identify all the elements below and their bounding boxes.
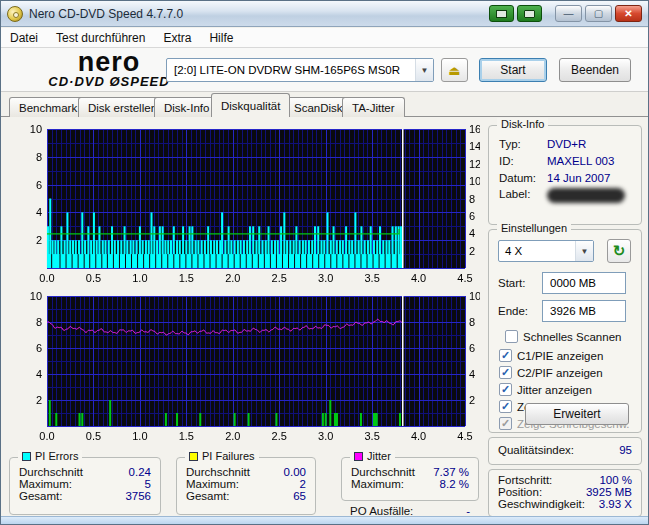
avg-label: Durchschnitt	[351, 466, 415, 478]
menu-extra[interactable]: Extra	[154, 29, 200, 47]
checkbox-checked-icon: ✓	[499, 383, 512, 396]
refresh-button[interactable]: ↻	[607, 239, 631, 263]
checkbox-label: C2/PIF anzeigen	[517, 367, 603, 379]
checkbox-jitter[interactable]: ✓ Jitter anzeigen	[499, 383, 592, 396]
disk-datum-value: 14 Jun 2007	[547, 172, 610, 184]
app-disc-icon	[7, 6, 23, 22]
disk-typ-label: Typ:	[499, 138, 547, 150]
max-label: Maximum:	[186, 478, 239, 490]
end-field[interactable]: 3926 MB	[542, 300, 626, 322]
avg-value: 7.37 %	[433, 466, 469, 478]
maximize-button[interactable]: ▢	[585, 5, 612, 22]
max-value: 2	[300, 478, 306, 490]
disk-typ-value: DVD+R	[547, 138, 586, 150]
progress-value: 100 %	[599, 474, 632, 486]
speed-value: 3.93 X	[599, 498, 632, 510]
advanced-button[interactable]: Erweitert	[525, 403, 629, 425]
menu-bar: Datei Test durchführen Extra Hilfe	[1, 28, 648, 48]
disk-id-value: MAXELL 003	[547, 155, 614, 167]
checkbox-checked-icon: ✓	[499, 366, 512, 379]
total-value: 3756	[125, 490, 151, 502]
avg-label: Durchschnitt	[186, 466, 250, 478]
chevron-down-icon[interactable]: ▼	[415, 59, 433, 81]
avg-value: 0.24	[129, 466, 151, 478]
pi-errors-title: PI Errors	[35, 450, 78, 462]
speed-select[interactable]: 4 X ▼	[498, 240, 594, 262]
title-bar: Nero CD-DVD Speed 4.7.7.0 — ▢ ✕	[1, 1, 648, 27]
quality-index-value: 95	[619, 444, 632, 456]
start-field-label: Start:	[498, 277, 542, 289]
disk-label-redacted-value	[547, 188, 625, 203]
quality-index-box: Qualitätsindex: 95	[488, 437, 642, 465]
pi-errors-swatch-icon	[22, 452, 31, 461]
avg-value: 0.00	[284, 466, 306, 478]
drive-select[interactable]: [2:0] LITE-ON DVDRW SHM-165P6S MS0R ▼	[166, 58, 434, 82]
tab-content: Disk-Info Typ:DVD+R ID:MAXELL 003 Datum:…	[1, 117, 648, 518]
menu-datei[interactable]: Datei	[1, 29, 47, 47]
progress-box: Fortschritt: 100 % Position: 3925 MB Ges…	[488, 469, 642, 517]
tab-ta-jitter[interactable]: TA-Jitter	[342, 97, 405, 117]
tab-disk-info[interactable]: Disk-Info	[154, 97, 219, 117]
position-value: 3925 MB	[586, 486, 632, 498]
pi-errors-chart	[8, 120, 480, 286]
eject-button[interactable]: ⏏	[441, 58, 468, 82]
max-label: Maximum:	[19, 478, 72, 490]
jitter-swatch-icon	[354, 452, 363, 461]
jitter-box: Jitter Durchschnitt 7.37 % Maximum: 8.2 …	[341, 457, 479, 501]
tab-diskqualitaet[interactable]: Diskqualität	[211, 93, 290, 117]
checkbox-label: C1/PIE anzeigen	[517, 350, 603, 362]
max-label: Maximum:	[351, 478, 404, 490]
menu-hilfe[interactable]: Hilfe	[200, 29, 242, 47]
end-field-label: Ende:	[498, 305, 542, 317]
jitter-chart	[8, 289, 480, 447]
max-value: 8.2 %	[440, 478, 469, 490]
save-image-button[interactable]	[517, 5, 542, 22]
disk-datum-label: Datum:	[499, 172, 547, 184]
window-title: Nero CD-DVD Speed 4.7.7.0	[29, 7, 486, 21]
app-window: Nero CD-DVD Speed 4.7.7.0 — ▢ ✕ Datei Te…	[0, 0, 649, 525]
checkbox-c1-pie[interactable]: ✓ C1/PIE anzeigen	[499, 349, 603, 362]
checkbox-c2-pif[interactable]: ✓ C2/PIF anzeigen	[499, 366, 603, 379]
close-button[interactable]: ✕	[615, 5, 642, 22]
tab-strip: Benchmark Disk erstellen Disk-Info Diskq…	[1, 93, 648, 117]
checkbox-label: Jitter anzeigen	[517, 384, 592, 396]
total-value: 65	[293, 490, 306, 502]
disk-id-label: ID:	[499, 155, 547, 167]
screenshot-button[interactable]	[489, 5, 514, 22]
checkbox-label: Schnelles Scannen	[523, 331, 621, 343]
checkbox-checked-icon: ✓	[499, 417, 512, 430]
progress-label: Fortschritt:	[498, 474, 552, 486]
avg-label: Durchschnitt	[19, 466, 83, 478]
disk-info-group: Disk-Info Typ:DVD+R ID:MAXELL 003 Datum:…	[488, 125, 642, 225]
disk-label-label: Label:	[499, 188, 547, 203]
speed-select-value: 4 X	[499, 245, 575, 257]
speed-label: Geschwindigkeit:	[498, 498, 585, 510]
checkbox-icon	[505, 330, 518, 343]
header-band: nero CD·DVD ØSPEED [2:0] LITE-ON DVDRW S…	[1, 48, 648, 92]
screenshot-icon	[496, 10, 507, 18]
start-field[interactable]: 0000 MB	[542, 272, 626, 294]
checkbox-schnelles-scannen[interactable]: Schnelles Scannen	[505, 330, 621, 343]
window-bottom-border	[1, 516, 648, 524]
checkbox-checked-icon: ✓	[499, 349, 512, 362]
max-value: 5	[145, 478, 151, 490]
total-label: Gesamt:	[186, 490, 229, 502]
disk-info-title: Disk-Info	[497, 118, 548, 130]
settings-title: Einstellungen	[497, 222, 571, 234]
quality-index-label: Qualitätsindex:	[498, 444, 574, 456]
pi-failures-swatch-icon	[189, 452, 198, 461]
tab-benchmark[interactable]: Benchmark	[9, 97, 87, 117]
chevron-down-icon[interactable]: ▼	[575, 241, 593, 261]
minimize-button[interactable]: —	[555, 5, 582, 22]
checkbox-checked-icon: ✓	[499, 400, 512, 413]
pi-failures-box: PI Failures Durchschnitt 0.00 Maximum: 2…	[176, 457, 316, 515]
total-label: Gesamt:	[19, 490, 62, 502]
floppy-icon	[524, 10, 535, 18]
start-button[interactable]: Start	[479, 58, 547, 82]
quit-button[interactable]: Beenden	[559, 58, 631, 82]
position-label: Position:	[498, 486, 542, 498]
pi-errors-box: PI Errors Durchschnitt 0.24 Maximum: 5 G…	[9, 457, 161, 515]
jitter-title: Jitter	[367, 450, 391, 462]
menu-test-durchfuehren[interactable]: Test durchführen	[47, 29, 154, 47]
pi-failures-title: PI Failures	[202, 450, 255, 462]
